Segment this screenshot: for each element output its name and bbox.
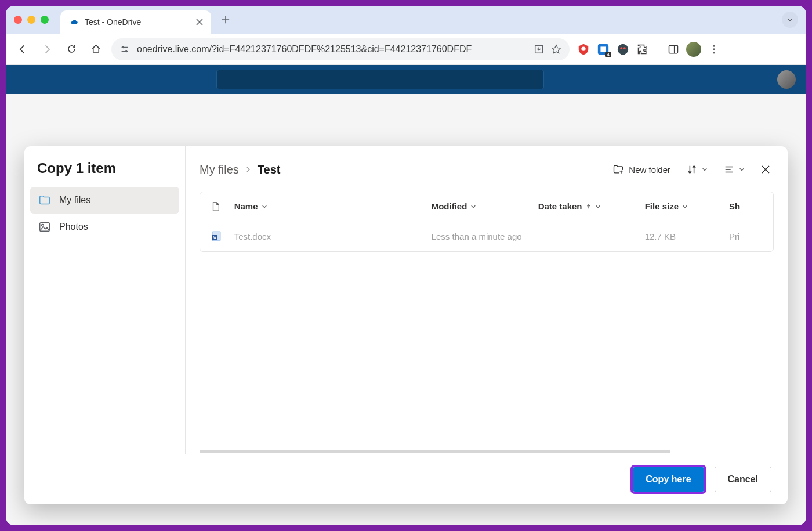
svg-point-3 — [581, 46, 585, 50]
table-row[interactable]: W Test.docx Less than a minute ago 12.7 … — [200, 221, 773, 251]
onedrive-search-placeholder — [216, 70, 544, 89]
svg-point-15 — [42, 224, 44, 226]
bookmark-icon[interactable] — [551, 44, 561, 55]
sidebar-item-label: My files — [59, 195, 90, 205]
dialog-title: Copy 1 item — [30, 160, 179, 187]
side-panel-icon[interactable] — [666, 42, 680, 56]
svg-rect-14 — [40, 223, 50, 232]
new-folder-icon — [612, 164, 624, 175]
folder-icon — [38, 194, 51, 207]
svg-point-8 — [624, 47, 626, 49]
extensions-button[interactable] — [636, 42, 650, 56]
toolbar-divider — [658, 43, 658, 56]
chevron-down-icon — [470, 204, 476, 209]
svg-text:W: W — [213, 236, 216, 239]
breadcrumb: My files Test — [200, 163, 280, 176]
tab-close-icon[interactable] — [196, 19, 203, 26]
header-actions: New folder — [609, 160, 774, 179]
tabs-overflow-button[interactable] — [782, 12, 798, 28]
svg-rect-5 — [600, 46, 606, 52]
onedrive-avatar[interactable] — [777, 70, 796, 89]
window-maximize-button[interactable] — [41, 16, 49, 24]
onedrive-header — [6, 65, 806, 94]
copy-here-highlight: Copy here — [633, 467, 704, 492]
col-name-header[interactable]: Name — [234, 201, 432, 211]
home-button[interactable] — [87, 41, 104, 58]
sidebar-item-myfiles[interactable]: My files — [30, 187, 179, 214]
window-controls — [14, 16, 49, 24]
window-close-button[interactable] — [14, 16, 22, 24]
cancel-button[interactable]: Cancel — [715, 467, 771, 492]
view-button[interactable] — [720, 160, 748, 179]
view-icon — [724, 164, 734, 175]
file-size: 12.7 KB — [645, 232, 729, 241]
profile-avatar[interactable] — [686, 42, 701, 57]
dialog-sidebar: Copy 1 item My files Photos — [24, 146, 186, 454]
new-folder-label: New folder — [629, 165, 670, 175]
col-sharing-header[interactable]: Sh — [729, 201, 763, 211]
photo-icon — [38, 221, 51, 233]
svg-point-12 — [713, 48, 715, 50]
file-table-header: Name Modified Date taken — [200, 192, 773, 221]
content-header: My files Test New folder — [200, 158, 774, 181]
file-icon: W — [211, 230, 234, 242]
install-app-icon[interactable] — [534, 44, 544, 55]
breadcrumb-root[interactable]: My files — [200, 163, 239, 176]
menu-button[interactable] — [707, 42, 721, 56]
dialog-footer: Copy here Cancel — [24, 454, 788, 504]
file-sharing: Pri — [729, 232, 763, 241]
col-size-header[interactable]: File size — [645, 201, 729, 211]
ext-circle-icon[interactable] — [616, 42, 630, 56]
col-icon-header[interactable] — [211, 201, 234, 212]
sort-icon — [687, 164, 697, 175]
copy-here-button[interactable]: Copy here — [633, 467, 704, 492]
browser-toolbar: onedrive.live.com/?id=F44212371760DFDF%2… — [6, 34, 806, 65]
svg-rect-9 — [669, 45, 678, 53]
new-folder-button[interactable]: New folder — [609, 160, 674, 179]
tab-title: Test - OneDrive — [85, 17, 190, 27]
new-tab-button[interactable] — [217, 11, 234, 28]
svg-point-0 — [122, 46, 125, 48]
file-name: Test.docx — [234, 232, 432, 241]
address-bar[interactable]: onedrive.live.com/?id=F44212371760DFDF%2… — [111, 38, 570, 60]
ext-ublock-icon[interactable] — [577, 42, 590, 56]
svg-point-11 — [713, 45, 715, 46]
chevron-down-icon — [739, 167, 745, 172]
browser-window: Test - OneDrive onedrive.l — [6, 6, 806, 525]
url-text: onedrive.live.com/?id=F44212371760DFDF%2… — [137, 44, 527, 55]
svg-point-1 — [125, 50, 128, 52]
reload-button[interactable] — [63, 41, 80, 58]
svg-point-7 — [620, 47, 622, 49]
dialog-main: Copy 1 item My files Photos — [24, 146, 788, 454]
ext-square-icon[interactable]: 4 — [596, 42, 610, 56]
back-button[interactable] — [14, 41, 31, 58]
horizontal-scrollbar[interactable] — [200, 449, 774, 454]
col-modified-header[interactable]: Modified — [432, 201, 538, 211]
arrow-up-icon — [586, 204, 592, 209]
forward-button[interactable] — [38, 41, 56, 58]
copy-dialog: Copy 1 item My files Photos — [24, 146, 788, 504]
browser-tab[interactable]: Test - OneDrive — [60, 10, 211, 34]
window-minimize-button[interactable] — [27, 16, 35, 24]
svg-point-6 — [618, 44, 628, 54]
sort-button[interactable] — [683, 160, 711, 179]
chevron-down-icon — [682, 204, 688, 209]
sidebar-item-label: Photos — [59, 222, 88, 232]
chevron-right-icon — [245, 166, 252, 173]
col-datetaken-header[interactable]: Date taken — [538, 201, 645, 211]
file-table: Name Modified Date taken — [200, 192, 774, 252]
chevron-down-icon — [595, 204, 601, 209]
svg-point-13 — [713, 52, 715, 53]
onedrive-favicon — [68, 17, 79, 27]
chevron-down-icon — [702, 167, 708, 172]
breadcrumb-current: Test — [258, 163, 281, 176]
site-settings-icon[interactable] — [119, 44, 130, 55]
file-modified: Less than a minute ago — [432, 232, 538, 241]
browser-tabbar: Test - OneDrive — [6, 6, 806, 34]
page-content: Copy 1 item My files Photos — [6, 65, 806, 525]
dialog-content: My files Test New folder — [186, 146, 788, 454]
close-dialog-button[interactable] — [757, 161, 774, 178]
sidebar-item-photos[interactable]: Photos — [30, 214, 179, 240]
extensions-group: 4 — [577, 42, 721, 57]
chevron-down-icon — [262, 204, 267, 209]
